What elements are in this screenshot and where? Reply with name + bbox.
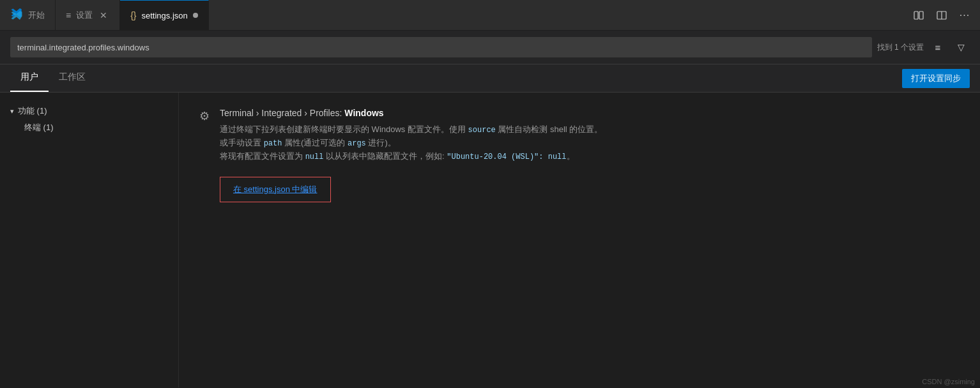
- sidebar-item-terminal[interactable]: 终端 (1): [0, 119, 178, 136]
- subtab-user-label: 用户: [20, 71, 38, 83]
- list-icon: ≡: [66, 10, 71, 20]
- braces-icon: {}: [130, 10, 136, 20]
- tab-settings-json[interactable]: {} settings.json: [120, 0, 209, 31]
- subtab-user[interactable]: 用户: [10, 64, 49, 92]
- setting-title: Terminal › Integrated › Profiles: Window…: [220, 108, 960, 118]
- settings-panel: ⚙ Terminal › Integrated › Profiles: Wind…: [179, 93, 980, 387]
- search-input-wrapper: [10, 37, 872, 57]
- mono-source: source: [468, 126, 496, 135]
- setting-description: 通过终端下拉列表创建新终端时要显示的 Windows 配置文件。使用 sourc…: [220, 123, 960, 164]
- tab-bar-actions: ···: [908, 5, 980, 26]
- sidebar-item-features-label: 功能 (1): [18, 105, 47, 117]
- svg-rect-1: [919, 11, 923, 19]
- sidebar: ▾ 功能 (1) 终端 (1): [0, 93, 179, 387]
- subtab-workspace[interactable]: 工作区: [49, 64, 96, 92]
- split-editor-button[interactable]: [908, 5, 929, 26]
- gear-icon: ⚙: [199, 109, 210, 123]
- subtab-bar: 用户 工作区 打开设置同步: [0, 64, 980, 93]
- sidebar-item-features[interactable]: ▾ 功能 (1): [0, 103, 178, 119]
- filter-icon: ≡: [935, 42, 941, 53]
- layout-button[interactable]: [931, 5, 952, 26]
- mono-null: null: [305, 153, 324, 161]
- edit-box: 在 settings.json 中编辑: [220, 177, 331, 202]
- tab-bar: 开始 ≡ 设置 ✕ {} settings.json ···: [0, 0, 980, 31]
- desc-line-2: 或手动设置 path 属性(通过可选的 args 进行)。: [220, 137, 960, 150]
- setting-title-prefix: Terminal › Integrated › Profiles:: [220, 108, 344, 118]
- open-sync-button[interactable]: 打开设置同步: [902, 69, 970, 88]
- tab-settings-label: 设置: [76, 10, 93, 21]
- subtab-workspace-label: 工作区: [59, 71, 86, 83]
- desc-line-1: 通过终端下拉列表创建新终端时要显示的 Windows 配置文件。使用 sourc…: [220, 123, 960, 137]
- search-area: 找到 1 个设置 ≡ ▽: [0, 31, 980, 64]
- tab-modified-dot: [193, 13, 198, 18]
- more-actions-button[interactable]: ···: [954, 5, 975, 26]
- tab-start-label: 开始: [28, 10, 45, 21]
- main-content: ▾ 功能 (1) 终端 (1) ⚙ Terminal › Integrated …: [0, 93, 980, 387]
- filter-button[interactable]: ≡: [929, 38, 947, 56]
- svg-rect-0: [914, 11, 918, 19]
- tab-settings-close[interactable]: ✕: [98, 10, 109, 21]
- desc-line-3: 将现有配置文件设置为 null 以从列表中隐藏配置文件，例如: "Ubuntu-…: [220, 150, 960, 163]
- search-result-text: 找到 1 个设置: [877, 42, 924, 53]
- setting-body: Terminal › Integrated › Profiles: Window…: [220, 108, 960, 202]
- tab-settings[interactable]: ≡ 设置 ✕: [56, 0, 120, 31]
- watermark: CSDN @zsiming: [922, 378, 975, 385]
- edit-in-settings-json-link[interactable]: 在 settings.json 中编辑: [233, 184, 318, 194]
- mono-example: "Ubuntu-20.04 (WSL)": null: [447, 153, 566, 161]
- mono-path: path: [264, 139, 282, 148]
- funnel-button[interactable]: ▽: [952, 38, 970, 56]
- subtab-left: 用户 工作区: [10, 64, 96, 92]
- mono-args: args: [348, 139, 366, 148]
- vscode-icon: [10, 8, 23, 22]
- tab-settings-json-label: settings.json: [142, 11, 188, 20]
- funnel-icon: ▽: [958, 42, 965, 52]
- search-input[interactable]: [17, 43, 865, 52]
- chevron-down-icon: ▾: [10, 107, 14, 116]
- sidebar-item-terminal-label: 终端 (1): [24, 122, 54, 133]
- setting-title-bold: Windows: [344, 108, 383, 118]
- setting-item: ⚙ Terminal › Integrated › Profiles: Wind…: [199, 108, 960, 202]
- tab-start[interactable]: 开始: [0, 0, 56, 31]
